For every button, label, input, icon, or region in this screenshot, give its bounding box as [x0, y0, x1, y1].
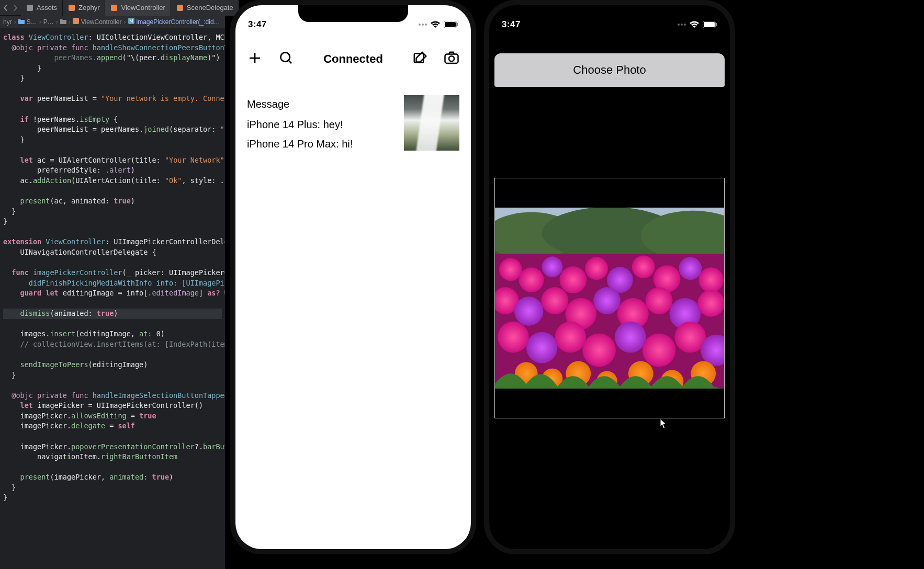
choose-photo-label: Choose Photo [573, 63, 646, 77]
editor-tab-bar: Assets Zephyr ViewController SceneDelega… [0, 0, 225, 16]
svg-point-42 [498, 322, 529, 353]
assets-icon [26, 4, 33, 12]
svg-point-23 [499, 258, 522, 281]
svg-rect-16 [716, 23, 717, 26]
svg-point-39 [646, 287, 673, 314]
tab-viewcontroller[interactable]: ViewController [105, 0, 171, 16]
svg-point-35 [542, 287, 569, 314]
folder-icon [18, 18, 25, 26]
status-icons [419, 21, 458, 28]
swift-icon [176, 4, 184, 12]
status-time: 3:47 [248, 19, 267, 30]
swift-icon [73, 18, 79, 26]
svg-point-27 [585, 257, 608, 280]
tab-label: Zephyr [78, 4, 99, 12]
nav-arrows [0, 4, 21, 12]
tab-scenedelegate[interactable]: SceneDelegate [171, 0, 239, 16]
breadcrumb-item[interactable]: S… [27, 18, 37, 26]
swift-icon [68, 4, 75, 12]
svg-rect-2 [111, 5, 117, 11]
nav-title: Connected [323, 52, 383, 66]
nav-bar: Connected [235, 40, 471, 78]
svg-rect-9 [457, 23, 458, 26]
stage: Assets Zephyr ViewController SceneDelega… [0, 0, 924, 569]
waterfall-image [404, 95, 459, 151]
svg-point-24 [519, 267, 544, 292]
image-thumbnail[interactable] [404, 95, 459, 151]
tab-label: ViewController [121, 4, 165, 12]
tab-zephyr[interactable]: Zephyr [63, 0, 105, 16]
dynamic-island [570, 12, 649, 29]
simulator-phone-1: 3:47 [230, 0, 476, 554]
method-icon: M [128, 18, 134, 26]
svg-point-43 [526, 332, 558, 363]
status-time: 3:47 [502, 19, 521, 30]
breadcrumb-item[interactable]: imagePickerController(_:did… [137, 18, 220, 26]
svg-point-46 [615, 322, 646, 353]
tab-label: SceneDelegate [187, 4, 233, 12]
wifi-icon [430, 21, 441, 28]
svg-point-37 [593, 287, 621, 314]
choose-photo-banner[interactable]: Choose Photo [494, 53, 725, 87]
svg-point-47 [643, 334, 676, 367]
svg-point-10 [280, 52, 290, 62]
svg-point-44 [555, 322, 586, 353]
status-icons [678, 21, 717, 28]
breadcrumb-bar: hyr› S…› P…› › ViewController› M imagePi… [0, 16, 225, 28]
breadcrumb-item[interactable]: ViewController [81, 18, 122, 26]
photo-preview [495, 208, 724, 389]
svg-rect-4 [73, 18, 79, 24]
swift-icon [110, 4, 118, 12]
add-icon[interactable] [247, 50, 263, 68]
simulator-phone-2: 3:47 Choose Photo [484, 0, 735, 554]
phone-notch [298, 5, 408, 22]
xcode-editor: Assets Zephyr ViewController SceneDelega… [0, 0, 225, 569]
svg-point-25 [542, 256, 563, 277]
svg-point-31 [679, 257, 702, 280]
svg-point-29 [632, 255, 655, 278]
svg-rect-3 [177, 5, 183, 11]
tab-label: Assets [37, 4, 57, 12]
folder-icon [60, 18, 66, 26]
cellular-icon [678, 24, 686, 26]
svg-point-26 [559, 266, 587, 293]
svg-rect-15 [704, 22, 715, 27]
breadcrumb-item[interactable]: P… [43, 18, 54, 26]
battery-icon [444, 21, 458, 28]
tab-assets[interactable]: Assets [21, 0, 63, 16]
photo-crop-box[interactable] [494, 178, 725, 418]
cellular-icon [419, 24, 427, 26]
back-icon[interactable] [2, 4, 9, 12]
svg-rect-1 [69, 5, 75, 11]
search-icon[interactable] [278, 50, 294, 68]
wifi-icon [689, 21, 700, 28]
breadcrumb-item[interactable]: hyr [3, 18, 12, 26]
message-content: Message iPhone 14 Plus: hey! iPhone 14 P… [235, 78, 471, 177]
svg-point-34 [514, 297, 544, 326]
phone-screen: 3:47 [235, 5, 471, 549]
camera-icon[interactable] [444, 50, 459, 68]
battery-icon [703, 21, 717, 28]
svg-point-41 [697, 290, 724, 317]
svg-rect-0 [27, 5, 33, 11]
svg-text:M: M [129, 18, 133, 24]
phone-screen: 3:47 Choose Photo [489, 5, 730, 549]
code-editor[interactable]: class ViewController: UICollectionViewCo… [0, 28, 225, 569]
svg-point-13 [449, 56, 454, 61]
mouse-cursor-icon [660, 418, 667, 429]
svg-rect-8 [445, 22, 456, 27]
forward-icon[interactable] [12, 4, 19, 12]
svg-point-32 [698, 267, 724, 292]
compose-icon[interactable] [412, 50, 428, 68]
svg-point-45 [582, 334, 616, 367]
